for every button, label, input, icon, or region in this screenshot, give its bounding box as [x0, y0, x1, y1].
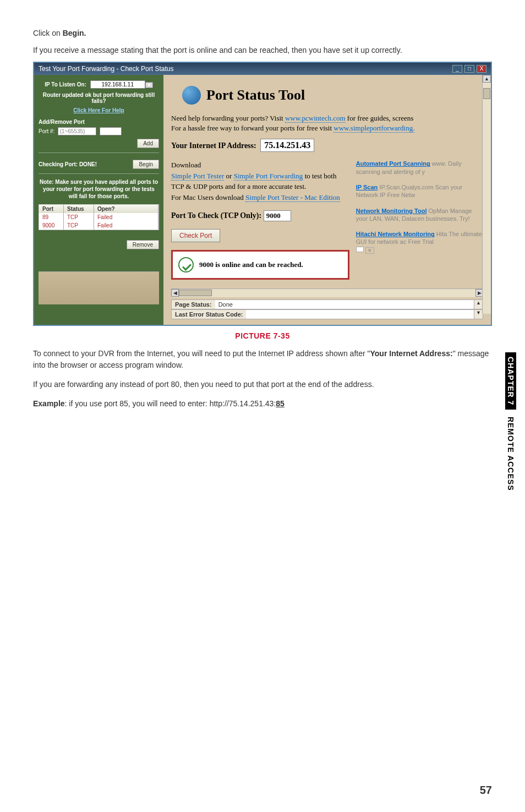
col-status: Status: [64, 205, 94, 213]
vertical-scrollbar[interactable]: ▲: [482, 75, 491, 314]
minimize-button[interactable]: _: [452, 65, 462, 73]
spinner-up-icon[interactable]: ▲: [474, 300, 483, 309]
titlebar: Test Your Port Forwarding - Check Port S…: [34, 63, 491, 75]
table-row[interactable]: 89 TCP Failed: [39, 213, 158, 221]
ad-link-3[interactable]: Network Monitoring Tool: [356, 208, 427, 214]
internet-ip-value: 75.14.251.43: [260, 139, 314, 152]
simpleportforwarding-link[interactable]: www.simpleportforwarding.: [333, 124, 414, 133]
click-here-help-link[interactable]: Click Here For Help: [73, 107, 124, 113]
page-title: Port Status Tool: [206, 87, 305, 103]
add-remove-label: Add/Remove Port: [39, 119, 159, 125]
horizontal-scrollbar[interactable]: ◀ ▶: [171, 288, 483, 297]
ads-sidebar: Automated Port Scanning www. Daily scann…: [356, 160, 483, 280]
intro-line2: If you receive a message stating that th…: [33, 45, 492, 56]
ad-link-4[interactable]: Hitachi Network Monitoring: [356, 231, 435, 237]
maximize-button[interactable]: □: [464, 65, 474, 73]
chevron-down-icon[interactable]: ▼: [145, 82, 153, 88]
download-block: Download Simple Port Tester or Simple Po…: [171, 160, 349, 203]
col-open: Open?: [94, 205, 158, 213]
internet-ip-label: Your Internet IP Address: 75.14.251.43: [171, 139, 483, 152]
remove-button[interactable]: Remove: [127, 240, 159, 249]
ip-listen-select[interactable]: 192.168.1.11: [90, 80, 145, 89]
port-number-input[interactable]: (1~65535): [58, 127, 96, 135]
table-row[interactable]: 9000 TCP Failed: [39, 221, 158, 230]
intro-line1: Click on Begin.: [33, 28, 492, 39]
simple-port-tester-link[interactable]: Simple Port Tester: [171, 172, 224, 181]
port-table: Port Status Open? 89 TCP Failed 9000 TCP…: [39, 204, 159, 230]
left-panel: IP To Listen On: 192.168.1.11▼ Router up…: [34, 75, 163, 325]
begin-button[interactable]: Begin: [133, 160, 159, 169]
router-fail-msg: Router updated ok but port forwarding st…: [39, 92, 159, 104]
scrollbar-thumb[interactable]: [179, 290, 212, 296]
figure-caption: PICTURE 7-35: [33, 331, 492, 340]
note-text: Note: Make sure you have applied all por…: [39, 178, 159, 200]
help-text-2: For a hassle free way to forward your po…: [171, 123, 483, 133]
app-window: Test Your Port Forwarding - Check Port S…: [33, 62, 492, 326]
col-port: Port: [39, 205, 64, 213]
port-check-input[interactable]: 9000: [264, 210, 291, 221]
post-para-2: If you are forwarding any instead of por…: [33, 379, 492, 390]
close-ad-icon[interactable]: ✕: [365, 247, 374, 254]
flag-icon: [356, 247, 364, 252]
decorative-image: [39, 271, 159, 304]
post-para-1: To connect to your DVR from the Internet…: [33, 348, 492, 371]
scroll-left-icon[interactable]: ◀: [171, 289, 179, 297]
add-button[interactable]: Add: [137, 139, 159, 148]
help-text-1: Need help forwarding your ports? Visit w…: [171, 113, 483, 123]
right-panel: Port Status Tool Need help forwarding yo…: [163, 75, 491, 325]
ad-link-2[interactable]: IP Scan: [356, 184, 378, 190]
simple-port-forwarding-link[interactable]: Simple Port Forwarding: [234, 172, 303, 181]
result-box: 9000 is online and can be reached.: [171, 250, 349, 280]
post-para-3: Example: if you use port 85, you will ne…: [33, 398, 492, 410]
mac-edition-link[interactable]: Simple Port Tester - Mac Edition: [245, 193, 340, 202]
close-button[interactable]: X: [477, 65, 486, 73]
result-text: 9000 is online and can be reached.: [199, 260, 303, 269]
page-status-row: Page Status:Done ▲: [171, 299, 483, 309]
ip-listen-label: IP To Listen On:: [45, 81, 86, 88]
pcwintech-link[interactable]: www.pcwintech.com: [285, 114, 346, 123]
chevron-down-icon: ▼: [113, 129, 118, 134]
check-port-button[interactable]: Check Port: [171, 229, 220, 242]
protocol-select[interactable]: TCP ▼: [100, 127, 122, 135]
last-error-row: Last Error Status Code: ▼: [171, 309, 483, 319]
check-icon: [178, 257, 194, 273]
page-number: 57: [480, 784, 492, 797]
scroll-up-icon[interactable]: ▲: [483, 75, 491, 83]
checking-status: Checking Port: DONE!: [39, 161, 97, 167]
globe-icon: [182, 86, 201, 105]
port-number-label: Port #:: [39, 128, 54, 134]
spinner-down-icon[interactable]: ▼: [474, 310, 483, 319]
scrollbar-thumb[interactable]: [483, 88, 490, 99]
port-check-label: Port To Check (TCP Only): 9000: [171, 210, 349, 221]
window-title: Test Your Port Forwarding - Check Port S…: [39, 65, 173, 73]
ad-link-1[interactable]: Automated Port Scanning: [356, 160, 430, 167]
chapter-tab: CHAPTER 7 REMOTE ACCESS: [506, 352, 515, 495]
